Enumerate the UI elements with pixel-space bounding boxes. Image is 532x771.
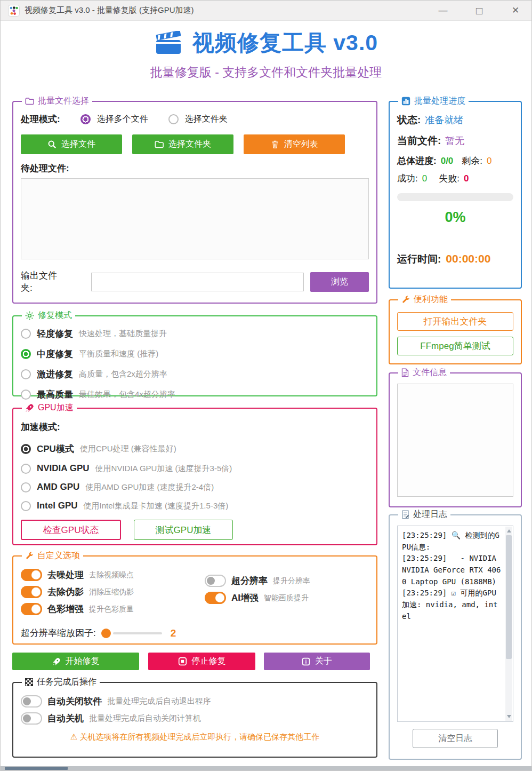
radio-option-cpu-mode[interactable]: CPU模式 使用CPU处理 (兼容性最好) [21,443,369,455]
pending-files-label: 待处理文件: [21,162,369,174]
file-info-box[interactable] [397,384,513,497]
group-title: 文件信息 [413,367,447,378]
close-button-icon[interactable]: ✕ [507,1,524,21]
group-title: 便利功能 [414,294,448,305]
clear-log-button[interactable]: 清空日志 [413,729,498,748]
toggle-switch-on[interactable] [21,603,42,615]
wrench-icon [401,296,410,304]
rocket-icon [25,403,34,412]
current-file-label: 当前文件: [397,134,441,148]
folder-icon [155,140,164,148]
stop-icon [178,657,187,666]
radio-option-light-repair[interactable]: 轻度修复 快速处理，基础质量提升 [21,328,369,340]
radio-icon[interactable] [21,369,31,379]
toggle-auto-close-app[interactable]: 自动关闭软件 批量处理完成后自动退出程序 [21,695,369,708]
mode-label: 处理模式: [21,113,60,125]
checkered-flag-icon [25,678,33,686]
radio-icon[interactable] [21,329,31,339]
radio-option-intel-gpu[interactable]: Intel GPU 使用Intel集成显卡加速 (速度提升1.5-3倍) [21,500,369,511]
scroll-up-arrow-icon[interactable] [507,529,511,532]
stop-repair-label: 停止修复 [192,656,226,667]
group-title: 批量文件选择 [38,96,89,107]
output-folder-input[interactable] [91,273,304,291]
select-folder-button[interactable]: 选择文件夹 [132,134,233,154]
test-gpu-accel-button[interactable]: 测试GPU加速 [134,520,233,540]
percent-value: 0% [397,209,513,226]
radio-option-max-quality[interactable]: 最高质量 最佳效果，包含4x超分辨率 [21,388,369,401]
stop-repair-button[interactable]: 停止修复 [148,653,255,670]
toggle-ai-enhance[interactable]: AI增强 智能画质提升 [205,592,310,604]
toggle-switch-on[interactable] [21,569,42,581]
radio-icon[interactable] [21,390,31,400]
radio-icon[interactable] [21,482,31,492]
radio-icon-selected[interactable] [21,444,31,454]
radio-multi-files[interactable] [80,114,91,124]
radio-multi-files-label[interactable]: 选择多个文件 [97,114,148,125]
scroll-down-arrow-icon[interactable] [507,715,511,718]
overall-progress-label: 总体进度: [397,155,437,167]
document-icon [401,368,409,377]
overall-progress-bar [397,193,513,201]
search-icon [47,140,57,149]
scrollbar-thumb[interactable] [506,535,512,659]
clear-list-button[interactable]: 清空列表 [244,134,345,154]
group-post-task: 任务完成后操作 自动关闭软件 批量处理完成后自动退出程序 自动关机 批量处理完成… [12,677,377,758]
group-title: 任务完成后操作 [37,677,96,688]
browse-button[interactable]: 浏览 [310,272,369,292]
radio-option-amd-gpu[interactable]: AMD GPU 使用AMD GPU加速 (速度提升2-4倍) [21,482,369,492]
log-scrollbar[interactable] [505,527,512,721]
scale-slider-knob[interactable] [101,629,111,638]
current-file-value: 暂无 [445,134,464,147]
toggle-switch-off[interactable] [21,695,42,708]
toggle-auto-shutdown[interactable]: 自动关机 批量处理完成后自动关闭计算机 [21,712,369,725]
window-title: 视频修复工具 v3.0 - 批量修复版 (支持GPU加速) [25,5,194,15]
log-output[interactable]: [23:25:29] 🔍 检测到的GPU信息: [23:25:29] - NVI… [397,526,513,722]
radio-option-medium-repair[interactable]: 中度修复 平衡质量和速度 (推荐) [21,348,369,360]
maximize-button-icon[interactable]: □ [471,1,488,21]
toggle-super-resolution[interactable]: 超分辨率 提升分辨率 [205,575,310,587]
group-title: 处理日志 [413,509,447,520]
radio-option-nvidia-gpu[interactable]: NVIDIA GPU 使用NVIDIA GPU加速 (速度提升3-5倍) [21,463,369,474]
page-title: 视频修复工具 v3.0 [192,28,378,58]
check-gpu-status-button[interactable]: 检查GPU状态 [21,520,121,540]
toggle-switch-on[interactable] [205,592,226,604]
group-process-log: 处理日志 [23:25:29] 🔍 检测到的GPU信息: [23:25:29] … [389,509,522,760]
toggle-color-enhance[interactable]: 色彩增强 提升色彩质量 [21,603,205,615]
scale-slider-track[interactable] [113,632,162,634]
toggle-denoise[interactable]: 去噪处理 去除视频噪点 [21,569,205,581]
radio-folder-mode-label[interactable]: 选择文件夹 [185,114,228,125]
select-files-button[interactable]: 选择文件 [21,134,122,154]
pending-files-list[interactable] [21,178,369,259]
trash-icon [271,140,279,149]
radio-icon[interactable] [21,501,31,511]
about-button[interactable]: 关于 [264,653,370,670]
toggle-deartifact[interactable]: 去除伪影 消除压缩伪影 [21,586,205,598]
taskbar-fragment [5,767,68,770]
radio-folder-mode[interactable] [168,114,179,124]
output-folder-label: 输出文件夹: [21,269,69,294]
group-gpu-acceleration: GPU加速 加速模式: CPU模式 使用CPU处理 (兼容性最好) NVIDIA… [12,402,377,545]
app-window: 视频修复工具 v3.0 - 批量修复版 (支持GPU加速) — □ ✕ 视频修复… [0,0,532,771]
open-output-folder-button[interactable]: 打开输出文件夹 [397,312,513,331]
group-title: 批量处理进度 [414,96,465,107]
radio-icon[interactable] [21,464,31,474]
start-repair-button[interactable]: 开始修复 [12,653,139,670]
runtime-label: 运行时间: [397,252,441,266]
toggle-switch-off[interactable] [21,712,42,725]
log-line: [23:25:29] 🔍 检测到的GPU信息: [402,530,502,553]
overall-progress-value: 0/0 [441,156,454,166]
success-value: 0 [422,173,427,184]
group-file-selection: 批量文件选择 处理模式: 选择多个文件 选择文件夹 选择文件 选择文件夹 清空列… [12,96,377,304]
group-title: 自定义选项 [37,550,80,561]
window-controls: — □ ✕ [434,1,524,21]
info-icon [302,657,310,666]
radio-option-aggressive-repair[interactable]: 激进修复 高质量，包含2x超分辨率 [21,368,369,380]
ffmpeg-test-button[interactable]: FFmpeg简单测试 [397,337,513,355]
toggle-switch-off[interactable] [205,575,226,587]
minimize-button-icon[interactable]: — [434,1,452,21]
group-title: GPU加速 [38,402,74,414]
toggle-switch-on[interactable] [21,586,42,598]
status-value: 准备就绪 [425,114,463,126]
fail-value: 0 [464,173,469,184]
radio-icon-selected[interactable] [21,349,31,359]
